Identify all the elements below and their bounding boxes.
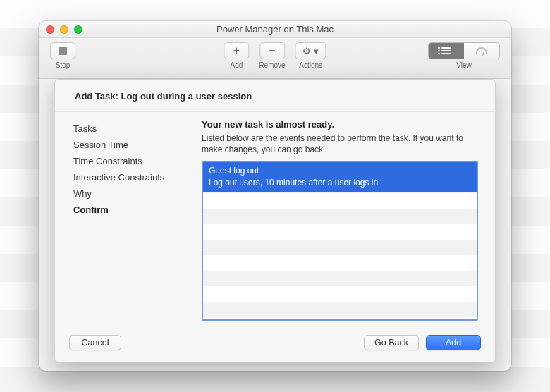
remove-button[interactable]: − [259,42,285,59]
actions-label: Actions [299,61,322,69]
sheet-footer: Cancel Go Back Add [55,326,495,362]
sidebar-item-time-constraints[interactable]: Time Constraints [72,153,190,169]
events-listbox[interactable]: Guest log out Log out users, 10 minutes … [202,161,478,321]
toolbar-view-group: View [428,42,500,69]
sidebar-item-label: Tasks [73,123,97,134]
event-row[interactable]: Guest log out Log out users, 10 minutes … [203,162,477,191]
sheet-content: Your new task is almost ready. Listed be… [202,119,478,321]
sheet-title: Add Task: Log out during a user session [55,80,495,112]
sidebar-item-label: Interactive Constraints [73,172,164,183]
gear-icon: ⚙︎ ▾ [302,46,319,56]
toolbar-remove-group: − Remove [259,42,285,69]
view-list-mode[interactable] [429,43,464,59]
event-title: Guest log out [209,165,471,176]
sidebar-item-label: Session Time [73,140,128,150]
plus-icon: + [233,45,240,56]
sidebar-item-session-time[interactable]: Session Time [72,137,190,153]
sidebar-item-label: Time Constraints [73,156,142,166]
add-confirm-button[interactable]: Add [426,335,481,350]
go-back-button[interactable]: Go Back [364,335,419,350]
view-gauge-mode[interactable] [464,43,499,59]
content-heading: Your new task is almost ready. [202,119,478,130]
add-label: Add [230,61,243,69]
minus-icon: − [269,45,275,56]
toolbar-actions-group: ⚙︎ ▾ Actions [295,42,326,69]
stop-button[interactable] [50,42,75,59]
titlebar: Power Manager on This Mac [39,21,511,38]
toolbar-center: + Add − Remove ⚙︎ ▾ Actions [224,42,326,69]
content-description: Listed below are the events needed to pe… [202,133,478,155]
cancel-button[interactable]: Cancel [69,335,121,350]
sidebar-item-confirm[interactable]: Confirm [72,202,190,218]
window-title: Power Manager on This Mac [39,24,511,35]
add-button[interactable]: + [224,42,249,59]
list-icon [441,47,451,54]
view-label: View [456,61,472,69]
toolbar-stop-group: Stop [50,42,75,69]
toolbar-add-group: + Add [224,42,249,69]
event-subtitle: Log out users, 10 minutes after a user l… [209,177,471,188]
sidebar-item-label: Why [73,188,92,199]
stop-icon [59,47,67,55]
app-window: Power Manager on This Mac Stop + Add − R… [39,21,511,371]
actions-button[interactable]: ⚙︎ ▾ [295,42,326,59]
view-segmented-control [428,42,500,59]
sidebar-item-interactive-constraints[interactable]: Interactive Constraints [72,169,190,185]
sidebar-item-label: Confirm [73,204,109,215]
sheet-body: Tasks Session Time Time Constraints Inte… [55,112,495,326]
gauge-icon [476,47,487,54]
add-task-sheet: Add Task: Log out during a user session … [54,79,496,362]
toolbar: Stop + Add − Remove ⚙︎ ▾ Actions [39,38,511,79]
sidebar-item-why[interactable]: Why [72,185,190,202]
remove-label: Remove [259,61,285,69]
wizard-sidebar: Tasks Session Time Time Constraints Inte… [72,119,190,321]
stop-label: Stop [56,61,71,69]
sidebar-item-tasks[interactable]: Tasks [72,121,190,137]
